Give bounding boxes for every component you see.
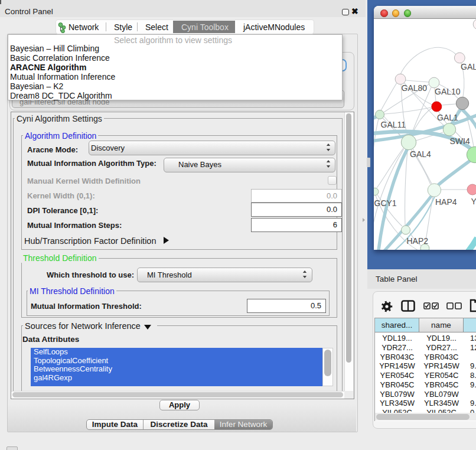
svg-text:HAP4: HAP4 — [435, 197, 457, 207]
svg-text:GAL11: GAL11 — [381, 120, 406, 129]
svg-text:Y: Y — [471, 197, 476, 206]
svg-text:GAL4: GAL4 — [410, 149, 431, 159]
svg-text:HAP2: HAP2 — [407, 236, 429, 246]
svg-text:GCY1: GCY1 — [374, 198, 397, 208]
svg-text:GAL10: GAL10 — [435, 87, 461, 96]
svg-text:GAL7: GAL7 — [461, 62, 476, 71]
svg-text:GAL80: GAL80 — [402, 83, 428, 93]
svg-text:GAL1: GAL1 — [437, 113, 458, 122]
svg-text:SWI4: SWI4 — [450, 136, 470, 146]
